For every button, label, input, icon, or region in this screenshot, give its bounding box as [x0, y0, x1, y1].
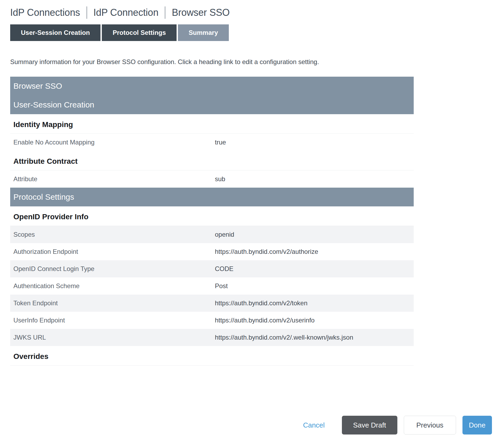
summary-row: JWKS URLhttps://auth.byndid.com/v2/.well…	[10, 329, 414, 346]
summary-row: OpenID Connect Login TypeCODE	[10, 260, 414, 277]
step-tabs: User-Session CreationProtocol SettingsSu…	[10, 24, 504, 41]
heading-link-openid-provider-info[interactable]: OpenID Provider Info	[10, 212, 414, 221]
row-value: Post	[215, 282, 228, 290]
breadcrumb-separator	[165, 6, 165, 19]
breadcrumb-separator	[87, 6, 87, 19]
summary-row: UserInfo Endpointhttps://auth.byndid.com…	[10, 312, 414, 329]
summary-row: Enable No Account Mappingtrue	[10, 134, 414, 151]
summary-row: Authorization Endpointhttps://auth.byndi…	[10, 243, 414, 260]
breadcrumb-item-browser-sso: Browser SSO	[172, 7, 230, 18]
heading-link-attribute-contract[interactable]: Attribute Contract	[10, 157, 414, 166]
summary-row: Scopesopenid	[10, 226, 414, 243]
row-value: sub	[215, 175, 225, 183]
section-band-protocol-settings[interactable]: Protocol Settings	[10, 188, 414, 206]
previous-button[interactable]: Previous	[404, 416, 456, 434]
footer-actions: Cancel Save Draft Previous Done	[303, 416, 492, 434]
row-value: https://auth.byndid.com/v2/userinfo	[215, 317, 315, 324]
section-band-browser-sso[interactable]: Browser SSO	[10, 77, 414, 95]
breadcrumb-item-idp-connection[interactable]: IdP Connection	[94, 7, 159, 18]
breadcrumb: IdP ConnectionsIdP ConnectionBrowser SSO	[10, 6, 504, 19]
row-value: true	[215, 139, 226, 146]
page: IdP ConnectionsIdP ConnectionBrowser SSO…	[0, 0, 504, 366]
tab-user-session-creation[interactable]: User-Session Creation	[10, 24, 100, 41]
row-value: https://auth.byndid.com/v2/.well-known/j…	[215, 334, 353, 341]
section-overrides: Overrides	[10, 352, 414, 366]
row-value: https://auth.byndid.com/v2/token	[215, 299, 308, 307]
tab-protocol-settings[interactable]: Protocol Settings	[102, 24, 177, 41]
done-button[interactable]: Done	[462, 416, 492, 434]
section-openid-provider-info: OpenID Provider InfoScopesopenidAuthoriz…	[10, 212, 414, 346]
row-label: OpenID Connect Login Type	[13, 265, 215, 273]
row-value: https://auth.byndid.com/v2/authorize	[215, 248, 318, 255]
row-label: JWKS URL	[13, 334, 215, 341]
heading-link-overrides[interactable]: Overrides	[10, 352, 414, 361]
summary-row: Attributesub	[10, 170, 414, 188]
row-label: Authorization Endpoint	[13, 248, 215, 255]
summary-table: Browser SSOUser-Session CreationIdentity…	[10, 77, 414, 366]
section-identity-mapping: Identity MappingEnable No Account Mappin…	[10, 120, 414, 151]
tab-summary[interactable]: Summary	[178, 24, 229, 41]
row-label: Token Endpoint	[13, 299, 215, 307]
save-draft-button[interactable]: Save Draft	[342, 416, 397, 434]
summary-row: Token Endpointhttps://auth.byndid.com/v2…	[10, 295, 414, 312]
summary-row: Authentication SchemePost	[10, 277, 414, 295]
row-label: Scopes	[13, 231, 215, 238]
breadcrumb-item-idp-connections[interactable]: IdP Connections	[10, 7, 80, 18]
row-value: CODE	[215, 265, 233, 273]
cancel-button[interactable]: Cancel	[303, 421, 325, 429]
section-band-user-session-creation[interactable]: User-Session Creation	[10, 95, 414, 114]
section-attribute-contract: Attribute ContractAttributesub	[10, 157, 414, 188]
page-description: Summary information for your Browser SSO…	[10, 58, 504, 66]
row-label: Enable No Account Mapping	[13, 139, 215, 146]
section-rule	[10, 365, 414, 366]
row-label: Attribute	[13, 175, 215, 183]
row-label: Authentication Scheme	[13, 282, 215, 290]
heading-link-identity-mapping[interactable]: Identity Mapping	[10, 120, 414, 129]
row-value: openid	[215, 231, 234, 238]
row-label: UserInfo Endpoint	[13, 317, 215, 324]
